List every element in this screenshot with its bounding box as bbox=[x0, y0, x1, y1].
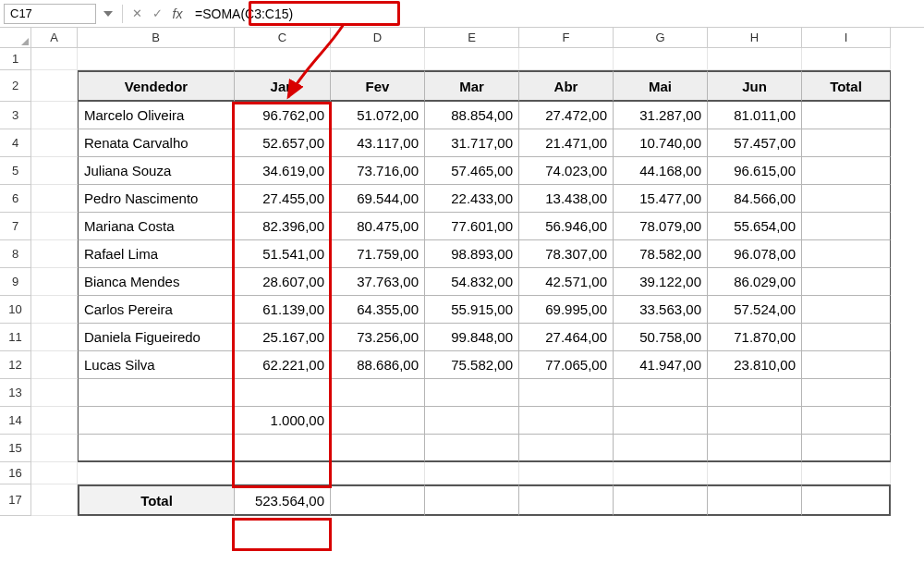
cell-jan[interactable]: 61.139,00 bbox=[235, 296, 331, 324]
row-header[interactable]: 5 bbox=[0, 157, 31, 185]
cell-abr[interactable]: 27.464,00 bbox=[519, 324, 614, 351]
cell-fev[interactable]: 64.355,00 bbox=[331, 296, 425, 324]
cell[interactable] bbox=[31, 324, 78, 351]
cell-jan[interactable]: 34.619,00 bbox=[235, 157, 331, 185]
cell-fev[interactable]: 51.072,00 bbox=[331, 102, 425, 129]
cell[interactable] bbox=[425, 462, 519, 484]
cell-jun[interactable]: 86.029,00 bbox=[708, 268, 802, 296]
cell[interactable] bbox=[802, 379, 891, 407]
cell[interactable] bbox=[614, 484, 708, 516]
cell-jan[interactable]: 27.455,00 bbox=[235, 185, 331, 213]
cell-fev[interactable]: 73.256,00 bbox=[331, 324, 425, 351]
cell-fev[interactable]: 37.763,00 bbox=[331, 268, 425, 296]
cell[interactable] bbox=[31, 268, 78, 296]
header-mai[interactable]: Mai bbox=[614, 70, 708, 102]
cell-total[interactable] bbox=[802, 296, 891, 324]
cell-jan[interactable]: 51.541,00 bbox=[235, 240, 331, 268]
cell-mai[interactable]: 31.287,00 bbox=[614, 102, 708, 129]
cell[interactable] bbox=[235, 379, 331, 407]
cell-mai[interactable]: 44.168,00 bbox=[614, 157, 708, 185]
col-header-B[interactable]: B bbox=[78, 28, 235, 48]
cell-vendedor[interactable]: Mariana Costa bbox=[78, 213, 235, 240]
cell[interactable] bbox=[331, 462, 425, 484]
cell-abr[interactable]: 56.946,00 bbox=[519, 213, 614, 240]
cell-vendedor[interactable]: Carlos Pereira bbox=[78, 296, 235, 324]
cell[interactable] bbox=[425, 379, 519, 407]
cell[interactable] bbox=[31, 102, 78, 129]
cell-mar[interactable]: 77.601,00 bbox=[425, 213, 519, 240]
cell-total[interactable] bbox=[802, 351, 891, 379]
header-fev[interactable]: Fev bbox=[331, 70, 425, 102]
cell-mar[interactable]: 54.832,00 bbox=[425, 268, 519, 296]
cell[interactable] bbox=[708, 462, 802, 484]
cell[interactable] bbox=[519, 435, 614, 462]
cell[interactable] bbox=[614, 435, 708, 462]
fx-icon[interactable]: fx bbox=[169, 6, 186, 21]
col-header-E[interactable]: E bbox=[425, 28, 519, 48]
header-total[interactable]: Total bbox=[802, 70, 891, 102]
cell[interactable] bbox=[519, 48, 614, 70]
row-header-13[interactable]: 13 bbox=[0, 379, 31, 407]
total-jan[interactable]: 523.564,00 bbox=[235, 484, 331, 516]
cell-mar[interactable]: 88.854,00 bbox=[425, 102, 519, 129]
cell[interactable] bbox=[614, 462, 708, 484]
cell[interactable] bbox=[708, 484, 802, 516]
header-mar[interactable]: Mar bbox=[425, 70, 519, 102]
cell-total[interactable] bbox=[802, 213, 891, 240]
cell-mar[interactable]: 22.433,00 bbox=[425, 185, 519, 213]
cell[interactable] bbox=[708, 435, 802, 462]
cell-vendedor[interactable]: Renata Carvalho bbox=[78, 129, 235, 157]
cell-mai[interactable]: 39.122,00 bbox=[614, 268, 708, 296]
cell-fev[interactable]: 80.475,00 bbox=[331, 213, 425, 240]
row-header-17[interactable]: 17 bbox=[0, 484, 31, 516]
cell-jun[interactable]: 57.457,00 bbox=[708, 129, 802, 157]
cell[interactable] bbox=[519, 407, 614, 435]
cell[interactable] bbox=[31, 407, 78, 435]
cell-vendedor[interactable]: Pedro Nascimento bbox=[78, 185, 235, 213]
name-box[interactable]: C17 bbox=[4, 4, 96, 24]
cell-mai[interactable]: 15.477,00 bbox=[614, 185, 708, 213]
cell-fev[interactable]: 73.716,00 bbox=[331, 157, 425, 185]
cell[interactable] bbox=[31, 240, 78, 268]
cell[interactable] bbox=[331, 48, 425, 70]
row-header-1[interactable]: 1 bbox=[0, 48, 31, 70]
row-header[interactable]: 9 bbox=[0, 268, 31, 296]
cell[interactable] bbox=[31, 185, 78, 213]
cell[interactable] bbox=[235, 435, 331, 462]
row-header-14[interactable]: 14 bbox=[0, 407, 31, 435]
cell-fev[interactable]: 88.686,00 bbox=[331, 351, 425, 379]
cell-abr[interactable]: 77.065,00 bbox=[519, 351, 614, 379]
total-label[interactable]: Total bbox=[78, 484, 235, 516]
row-header-16[interactable]: 16 bbox=[0, 462, 31, 484]
col-header-F[interactable]: F bbox=[519, 28, 614, 48]
cell-jun[interactable]: 84.566,00 bbox=[708, 185, 802, 213]
cell-jan[interactable]: 28.607,00 bbox=[235, 268, 331, 296]
cell[interactable] bbox=[78, 407, 235, 435]
cell[interactable] bbox=[708, 48, 802, 70]
row-header[interactable]: 8 bbox=[0, 240, 31, 268]
cell[interactable] bbox=[614, 407, 708, 435]
cell[interactable] bbox=[708, 407, 802, 435]
cell-vendedor[interactable]: Juliana Souza bbox=[78, 157, 235, 185]
cell-total[interactable] bbox=[802, 129, 891, 157]
row-header-2[interactable]: 2 bbox=[0, 70, 31, 102]
cell[interactable] bbox=[425, 407, 519, 435]
header-jun[interactable]: Jun bbox=[708, 70, 802, 102]
formula-input[interactable] bbox=[189, 4, 920, 24]
cell[interactable] bbox=[802, 484, 891, 516]
col-header-D[interactable]: D bbox=[331, 28, 425, 48]
cell-total[interactable] bbox=[802, 157, 891, 185]
cell[interactable] bbox=[235, 462, 331, 484]
cell-mar[interactable]: 75.582,00 bbox=[425, 351, 519, 379]
cell-abr[interactable]: 27.472,00 bbox=[519, 102, 614, 129]
cell[interactable] bbox=[802, 407, 891, 435]
header-abr[interactable]: Abr bbox=[519, 70, 614, 102]
header-vendedor[interactable]: Vendedor bbox=[78, 70, 235, 102]
row-header[interactable]: 7 bbox=[0, 213, 31, 240]
cell-abr[interactable]: 74.023,00 bbox=[519, 157, 614, 185]
select-all-corner[interactable] bbox=[0, 28, 31, 48]
cell[interactable] bbox=[78, 435, 235, 462]
cell[interactable] bbox=[31, 296, 78, 324]
cell[interactable] bbox=[31, 213, 78, 240]
col-header-C[interactable]: C bbox=[235, 28, 331, 48]
